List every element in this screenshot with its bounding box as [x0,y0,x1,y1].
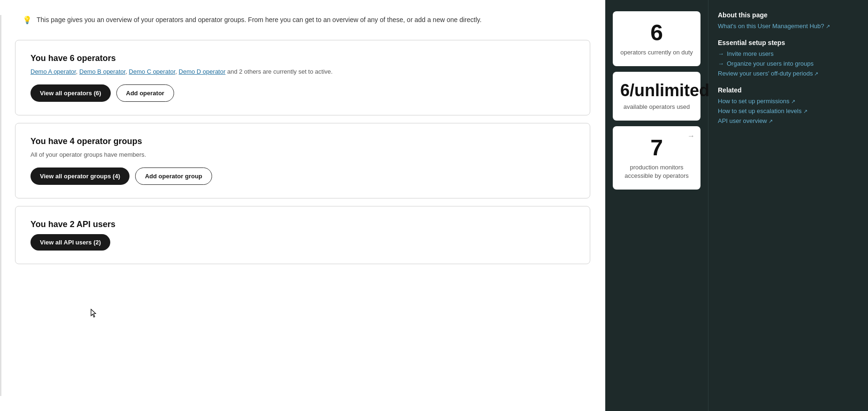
organize-users-link[interactable]: Organize your users into groups [718,60,859,67]
api-users-card: You have 2 API users View all API users … [15,206,590,264]
stats-column: 6 operators currently on duty 6/unlimite… [605,0,708,411]
operators-actions: View all operators (6) Add operator [30,84,575,102]
api-users-actions: View all API users (2) [30,234,575,251]
add-operator-button[interactable]: Add operator [116,84,175,102]
add-operator-group-button[interactable]: Add operator group [135,167,212,185]
available-stat: 6/unlimited available operators used [613,72,700,121]
view-all-operator-groups-button[interactable]: View all operator groups (4) [30,167,129,185]
how-to-permissions-link[interactable]: How to set up permissions [718,98,859,105]
operators-title: You have 6 operators [30,53,575,63]
on-duty-label: operators currently on duty [620,48,693,57]
essential-title: Essential setup steps [718,39,859,46]
monitors-label: production monitors accessible by operat… [620,163,693,180]
demo-b-link[interactable]: Demo B operator [79,68,125,75]
info-banner: 💡 This page gives you an overview of you… [15,15,590,25]
about-link[interactable]: What's on this User Management Hub? [718,23,859,30]
operator-groups-title: You have 4 operator groups [30,137,575,146]
api-user-overview-link[interactable]: API user overview [718,117,859,124]
operator-groups-description: All of your operator groups have members… [30,151,575,158]
demo-a-link[interactable]: Demo A operator [30,68,76,75]
main-content: 💡 This page gives you an overview of you… [0,0,605,411]
right-sidebar: 6 operators currently on duty 6/unlimite… [605,0,868,411]
operator-groups-card: You have 4 operator groups All of your o… [15,123,590,198]
api-users-title: You have 2 API users [30,220,575,229]
operator-groups-actions: View all operator groups (4) Add operato… [30,167,575,185]
info-column: About this page What's on this User Mana… [708,0,868,411]
review-offduty-link[interactable]: Review your users' off-duty periods [718,70,859,77]
invite-more-users-link[interactable]: Invite more users [718,50,859,57]
info-banner-text: This page gives you an overview of your … [37,15,481,25]
monitors-number: 7 [620,136,693,160]
operators-card: You have 6 operators Demo A operator, De… [15,40,590,115]
on-duty-stat: 6 operators currently on duty [613,11,700,66]
demo-d-link[interactable]: Demo D operator [179,68,226,75]
demo-c-link[interactable]: Demo C operator [129,68,175,75]
operators-suffix: and 2 others are currently set to active… [227,68,333,75]
bulb-icon: 💡 [23,15,32,24]
view-all-api-users-button[interactable]: View all API users (2) [30,234,110,251]
how-to-escalation-link[interactable]: How to set up escalation levels [718,107,859,114]
arrow-icon: → [687,132,695,140]
related-title: Related [718,86,859,94]
about-title: About this page [718,11,859,19]
operators-description: Demo A operator, Demo B operator, Demo C… [30,68,575,75]
cards-container: You have 6 operators Demo A operator, De… [15,40,590,264]
on-duty-number: 6 [620,21,693,46]
view-all-operators-button[interactable]: View all operators (6) [30,84,111,102]
monitors-stat[interactable]: → 7 production monitors accessible by op… [613,126,700,190]
available-label: available operators used [620,103,693,111]
available-number: 6/unlimited [620,81,693,100]
